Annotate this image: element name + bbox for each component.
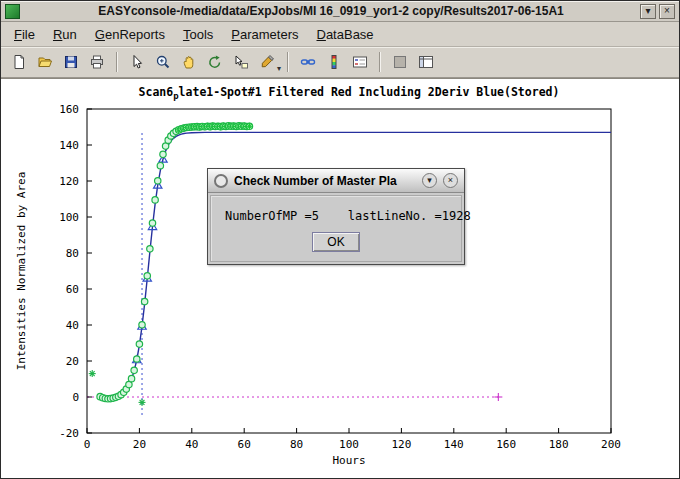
number-check-dialog: Check Number of Master Pla ▾ × NumberOfM… — [207, 168, 465, 265]
open-file-button[interactable] — [33, 50, 57, 74]
hide-plot-tools-icon — [392, 54, 408, 70]
figure-area: 020406080100120140160180200-200204060801… — [1, 78, 679, 478]
toolbar: ▾ — [1, 47, 679, 78]
dialog-message: NumberOfMP =5 lastLineNo. =1928 — [211, 196, 461, 223]
pan-button[interactable] — [177, 50, 201, 74]
printer-icon — [89, 54, 105, 70]
svg-text:0: 0 — [72, 391, 79, 404]
menu-database[interactable]: DataBase — [308, 24, 383, 45]
svg-text:20: 20 — [66, 355, 79, 368]
hide-plot-tools-button[interactable] — [388, 50, 412, 74]
app-icon[interactable] — [5, 4, 20, 19]
brush-icon — [259, 54, 275, 70]
dialog-circle-icon — [214, 174, 228, 188]
svg-text:-20: -20 — [59, 427, 79, 440]
svg-text:140: 140 — [59, 139, 79, 152]
svg-text:100: 100 — [59, 211, 79, 224]
pointer-arrow-icon — [129, 54, 145, 70]
hand-icon — [181, 54, 197, 70]
menu-run[interactable]: Run — [44, 24, 86, 45]
toolbar-separator — [116, 52, 118, 72]
svg-text:80: 80 — [290, 438, 303, 451]
svg-text:140: 140 — [444, 438, 464, 451]
save-figure-button[interactable] — [59, 50, 83, 74]
rotate-arrow-icon — [207, 54, 223, 70]
dialog-collapse-button[interactable]: ▾ — [422, 173, 437, 188]
svg-text:Scan6plate1-Spot#1 Filtered Re: Scan6plate1-Spot#1 Filtered Red Includin… — [139, 85, 560, 101]
insert-colorbar-button[interactable] — [322, 50, 346, 74]
svg-text:20: 20 — [133, 438, 146, 451]
print-figure-button[interactable] — [85, 50, 109, 74]
save-floppy-icon — [63, 54, 79, 70]
link-icon — [300, 54, 316, 70]
rotate-3d-button[interactable] — [203, 50, 227, 74]
zoom-in-icon — [155, 54, 171, 70]
svg-text:180: 180 — [549, 438, 569, 451]
data-cursor-icon — [233, 54, 249, 70]
menu-genreports[interactable]: GenReports — [86, 24, 174, 45]
toolbar-separator — [379, 52, 381, 72]
svg-text:80: 80 — [66, 247, 79, 260]
easyconsole-window: EASYconsole-/media/data/ExpJobs/MI 16_09… — [0, 0, 680, 479]
window-title: EASYconsole-/media/data/ExpJobs/MI 16_09… — [25, 4, 637, 18]
svg-text:60: 60 — [238, 438, 251, 451]
brush-button[interactable] — [255, 50, 279, 74]
svg-text:120: 120 — [391, 438, 411, 451]
show-plot-tools-button[interactable] — [414, 50, 438, 74]
show-plot-tools-icon — [418, 54, 434, 70]
new-figure-button[interactable] — [7, 50, 31, 74]
svg-text:160: 160 — [59, 103, 79, 116]
dialog-titlebar[interactable]: Check Number of Master Pla ▾ × — [208, 169, 464, 193]
dialog-close-button[interactable]: × — [443, 173, 458, 188]
dialog-title: Check Number of Master Pla — [234, 174, 416, 188]
svg-text:160: 160 — [496, 438, 516, 451]
new-figure-icon — [11, 54, 27, 70]
svg-text:100: 100 — [339, 438, 359, 451]
svg-text:60: 60 — [66, 283, 79, 296]
brush-dropdown-chevron-icon[interactable]: ▾ — [277, 64, 281, 77]
svg-text:0: 0 — [84, 438, 91, 451]
menubar: File Run GenReports Tools Parameters Dat… — [1, 22, 679, 47]
open-folder-icon — [37, 54, 53, 70]
link-plot-button[interactable] — [296, 50, 320, 74]
svg-text:200: 200 — [601, 438, 621, 451]
zoom-in-button[interactable] — [151, 50, 175, 74]
data-cursor-button[interactable] — [229, 50, 253, 74]
minimize-button[interactable]: ▾ — [640, 4, 656, 19]
legend-icon — [352, 54, 368, 70]
svg-text:Intensities Normalized by Area: Intensities Normalized by Area — [15, 172, 28, 371]
ok-button[interactable]: OK — [312, 232, 360, 252]
close-button[interactable]: × — [659, 4, 675, 19]
chart-canvas[interactable]: 020406080100120140160180200-200204060801… — [1, 79, 679, 478]
edit-plot-button[interactable] — [125, 50, 149, 74]
svg-text:40: 40 — [185, 438, 198, 451]
insert-legend-button[interactable] — [348, 50, 372, 74]
menu-parameters[interactable]: Parameters — [222, 24, 307, 45]
svg-text:120: 120 — [59, 175, 79, 188]
svg-text:Hours: Hours — [332, 454, 365, 467]
colorbar-icon — [326, 54, 342, 70]
menu-tools[interactable]: Tools — [174, 24, 222, 45]
window-titlebar[interactable]: EASYconsole-/media/data/ExpJobs/MI 16_09… — [1, 1, 679, 22]
dialog-body: NumberOfMP =5 lastLineNo. =1928 OK — [210, 195, 462, 262]
menu-file[interactable]: File — [5, 24, 44, 45]
svg-text:40: 40 — [66, 319, 79, 332]
toolbar-separator — [287, 52, 289, 72]
